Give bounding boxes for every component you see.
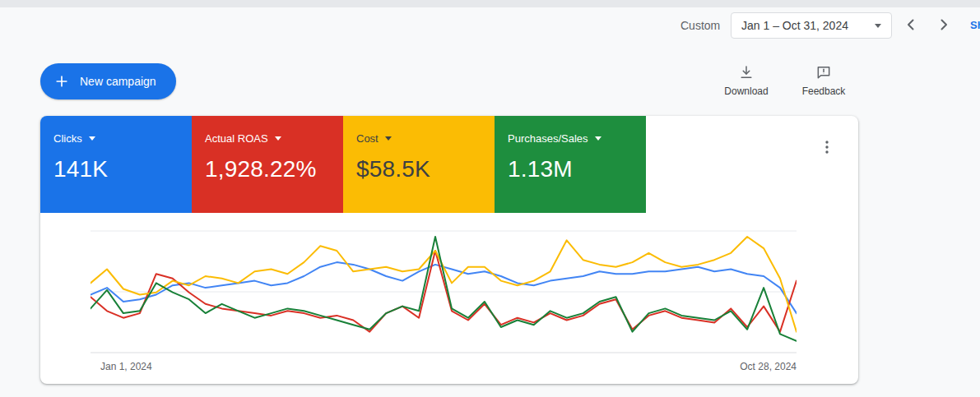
chevron-down-icon <box>875 24 881 28</box>
more-options-button[interactable] <box>817 137 837 157</box>
scorecard-value: 1.13M <box>508 156 646 182</box>
overview-card: Clicks 141K Actual ROAS 1,928.22% Cost $… <box>40 116 858 384</box>
scorecard-actual-roas[interactable]: Actual ROAS 1,928.22% <box>192 116 343 213</box>
scorecard-label: Actual ROAS <box>205 132 268 145</box>
kebab-icon <box>817 137 837 157</box>
chevron-right-icon <box>934 15 954 35</box>
x-axis: Jan 1, 2024 Oct 28, 2024 <box>91 361 797 372</box>
x-axis-start-label: Jan 1, 2024 <box>91 361 152 372</box>
scorecard-clicks[interactable]: Clicks 141K <box>40 116 192 213</box>
chevron-down-icon <box>89 136 95 141</box>
feedback-label: Feedback <box>802 85 846 97</box>
x-axis-end-label: Oct 28, 2024 <box>740 361 797 372</box>
chevron-down-icon <box>595 136 601 141</box>
plus-icon <box>53 73 70 90</box>
new-campaign-label: New campaign <box>80 75 156 88</box>
scorecard-label: Clicks <box>53 132 82 145</box>
scorecard-cost[interactable]: Cost $58.5K <box>343 116 495 213</box>
download-label: Download <box>724 85 768 97</box>
scorecard-label: Cost <box>356 132 379 145</box>
show-link[interactable]: Sh <box>970 19 980 31</box>
date-preset-label: Custom <box>680 19 720 32</box>
google-ads-overview: Custom Jan 1 – Oct 31, 2024 Sh New campa… <box>0 0 980 397</box>
scorecard-value: 1,928.22% <box>205 156 343 182</box>
feedback-icon <box>815 64 832 81</box>
new-campaign-button[interactable]: New campaign <box>40 63 176 99</box>
date-range-value: Jan 1 – Oct 31, 2024 <box>741 19 875 32</box>
top-divider <box>0 0 980 7</box>
trend-chart-area <box>91 228 797 356</box>
chevron-left-icon <box>901 15 921 35</box>
scorecard-value: $58.5K <box>356 156 495 182</box>
next-period-button[interactable] <box>933 15 954 36</box>
feedback-button[interactable]: Feedback <box>797 64 850 97</box>
trend-chart <box>91 228 797 356</box>
chevron-down-icon <box>385 136 392 141</box>
chevron-down-icon <box>275 136 281 141</box>
scorecard-label: Purchases/Sales <box>508 132 588 145</box>
scorecard-row: Clicks 141K Actual ROAS 1,928.22% Cost $… <box>40 116 646 213</box>
download-icon <box>738 64 755 81</box>
download-button[interactable]: Download <box>720 64 773 97</box>
date-range-selector[interactable]: Jan 1 – Oct 31, 2024 <box>731 12 892 39</box>
scorecard-purchases-sales[interactable]: Purchases/Sales 1.13M <box>495 116 646 213</box>
scorecard-value: 141K <box>53 156 192 182</box>
previous-period-button[interactable] <box>900 15 922 36</box>
